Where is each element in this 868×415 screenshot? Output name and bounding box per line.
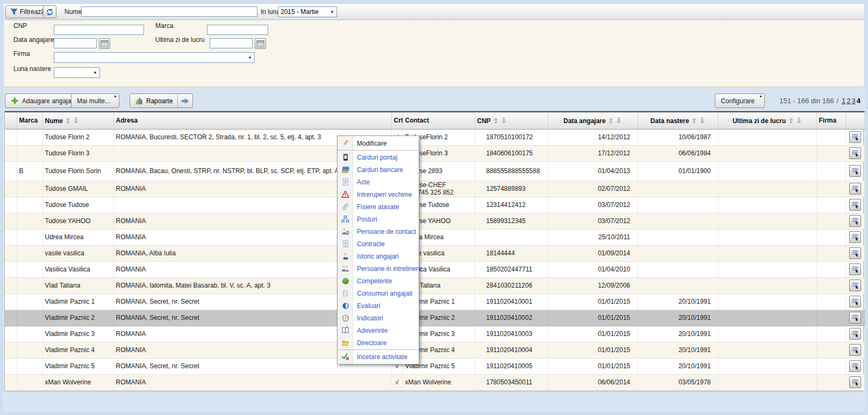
in-luna-select[interactable]: 2015 - Martie ▼ xyxy=(278,6,337,17)
up-arrow-icon[interactable]: ⇧ xyxy=(788,117,794,125)
menu-item-intreruperi-vechime[interactable]: Intreruperi vechime xyxy=(338,188,419,201)
menu-item-competente[interactable]: Competente xyxy=(338,275,419,287)
up-arrow-icon[interactable]: ⇧ xyxy=(493,117,499,125)
arrow-right-icon xyxy=(181,98,189,104)
down-arrow-icon[interactable]: ⇩ xyxy=(501,117,507,125)
row-select-button[interactable] xyxy=(849,131,861,143)
column-header-ultima_zi[interactable]: Ultima zi de lucru⇧⇩ xyxy=(718,112,816,129)
table-row[interactable]: Tudose Florin 3TudoseFlorin 318406061001… xyxy=(5,145,864,161)
up-arrow-icon[interactable]: ⇧ xyxy=(691,117,697,125)
menu-item-contracte[interactable]: Contracte xyxy=(338,238,419,250)
column-header-crt[interactable]: Crt xyxy=(391,112,403,129)
refresh-button[interactable] xyxy=(43,5,56,18)
row-select-button[interactable] xyxy=(849,344,861,356)
column-header-cnp[interactable]: CNP⇧⇩ xyxy=(475,112,548,129)
down-arrow-icon[interactable]: ⇩ xyxy=(73,117,79,125)
data-angajare-calendar-button[interactable] xyxy=(99,38,110,49)
configure-button[interactable]: Configurare ▼ xyxy=(715,94,765,108)
add-employee-button[interactable]: Adaugare angajat xyxy=(5,94,79,108)
menu-item-indicatori[interactable]: Indicatori xyxy=(338,312,419,324)
table-row[interactable]: xMan WolverineROMANIA√xMan Wolverine1780… xyxy=(5,374,864,390)
table-row[interactable]: BTudose Florin SorinROMANIA, Bacau, Ones… xyxy=(5,161,864,181)
row-select-button[interactable] xyxy=(849,199,861,211)
table-row[interactable]: Vasilica VasilicaROMANIAVasilica Vasilic… xyxy=(5,261,864,277)
ultima-zi-input[interactable] xyxy=(210,38,253,48)
table-row[interactable]: Tudose GMAILROMANIATudose-CHEF+40 745 32… xyxy=(5,181,864,197)
row-select-button[interactable] xyxy=(849,376,861,388)
page-2-link[interactable]: 2 xyxy=(847,97,850,105)
menu-item-adeverinte[interactable]: Adeverinte xyxy=(338,324,419,337)
up-arrow-icon[interactable]: ⇧ xyxy=(608,117,614,125)
menu-item-carduri-pontaj[interactable]: Carduri pontaj xyxy=(338,151,419,163)
table-row[interactable]: Vladimir Paznic 1ROMANIA, Secret, nr. Se… xyxy=(5,294,864,310)
column-header-data_nastere[interactable]: Data nastere⇧⇩ xyxy=(637,112,718,129)
ultima-zi-calendar-button[interactable] xyxy=(255,38,266,49)
row-select-button[interactable] xyxy=(849,263,861,275)
table-row[interactable]: Tudose YAHOOROMANIATudose YAHOO158993123… xyxy=(5,213,864,229)
table-row[interactable]: Tudose Florin 2ROMANIA, Bucuresti, SECTO… xyxy=(5,129,864,145)
down-arrow-icon[interactable]: ⇩ xyxy=(616,117,622,125)
table-row[interactable]: Vladimir Paznic 2ROMANIA, Secret, nr. Se… xyxy=(5,310,864,326)
column-header-firma[interactable]: Firma xyxy=(816,112,845,129)
row-select-button[interactable] xyxy=(849,312,861,324)
menu-item-posturi[interactable]: Posturi xyxy=(338,213,419,225)
table-row[interactable]: Vlad TatianaROMANIA, Ialomita, Matei Bas… xyxy=(5,277,864,294)
cell-actions xyxy=(845,326,864,342)
reports-button[interactable]: Rapoarte xyxy=(130,94,177,108)
cell-nume: vasile vasilica xyxy=(42,245,113,261)
column-header-marca[interactable]: Marca xyxy=(17,112,42,129)
menu-item-fisiere-atasate[interactable]: Fisiere atasate xyxy=(338,201,419,213)
menu-item-incetare-activitate[interactable]: Incetare activitate xyxy=(338,350,419,363)
page-3-link[interactable]: 3 xyxy=(852,97,856,105)
table-row[interactable]: Vladimir Paznic 5ROMANIA, Secret, nr. Se… xyxy=(5,358,864,374)
luna-nastere-select[interactable]: ▼ xyxy=(54,67,100,78)
employees-table: MarcaNume⇧⇩AdresaCrtContactCNP⇧⇩Data ang… xyxy=(5,111,865,391)
menu-item-directoare[interactable]: Directoare xyxy=(338,337,419,349)
up-arrow-icon[interactable]: ⇧ xyxy=(65,117,71,125)
row-select-button[interactable] xyxy=(849,183,861,195)
row-select-button[interactable] xyxy=(849,280,861,291)
firma-select[interactable]: ▼ xyxy=(54,52,255,63)
down-arrow-icon[interactable]: ⇩ xyxy=(796,117,802,125)
table-row[interactable]: Vladimir Paznic 4ROMANIAVladimir Paznic … xyxy=(5,342,864,358)
cell-firma xyxy=(816,374,845,390)
caret-down-icon: ▼ xyxy=(759,95,763,98)
down-arrow-icon[interactable]: ⇩ xyxy=(699,117,705,125)
column-header-nume[interactable]: Nume⇧⇩ xyxy=(42,112,113,129)
cnp-input[interactable] xyxy=(54,25,144,35)
table-row[interactable]: vasile vasilicaROMANIA, Alba Iuliavasile… xyxy=(5,245,864,261)
menu-item-acte[interactable]: Acte xyxy=(338,176,419,188)
menu-item-persoane-de-contact[interactable]: Persoane de contact xyxy=(338,225,419,238)
table-row[interactable]: Vladimir Paznic 3ROMANIAVladimir Paznic … xyxy=(5,326,864,342)
row-select-button[interactable] xyxy=(849,165,861,177)
menu-item-istoric-angajari[interactable]: Istoric angajari xyxy=(338,250,419,262)
page-1-link[interactable]: 1 xyxy=(842,97,845,105)
row-select-button[interactable] xyxy=(849,215,861,227)
row-select-button[interactable] xyxy=(849,360,861,372)
row-select-button[interactable] xyxy=(849,247,861,259)
table-row[interactable]: Udrea MirceaROMANIAUdrea Mircea25/10/201… xyxy=(5,229,864,245)
menu-separator xyxy=(338,150,419,151)
menu-item-carduri-bancare[interactable]: Carduri bancare xyxy=(338,163,419,176)
reports-export-button[interactable] xyxy=(177,94,192,108)
cell-cnp: 1911020410002 xyxy=(475,310,548,326)
table-row[interactable]: Tudose TudoseTudose Tudose1231441241203/… xyxy=(5,197,864,213)
column-header-data_angajare[interactable]: Data angajare⇧⇩ xyxy=(548,112,637,129)
menu-item-modificare[interactable]: Modificare xyxy=(338,137,419,149)
cell-sel xyxy=(5,197,17,213)
row-select-button[interactable] xyxy=(849,296,861,307)
row-select-button[interactable] xyxy=(849,328,861,340)
row-select-button[interactable] xyxy=(849,231,861,243)
row-select-button[interactable] xyxy=(849,147,861,159)
column-header-adresa[interactable]: Adresa xyxy=(113,112,391,129)
bank-cards-icon xyxy=(338,166,353,174)
more-button[interactable]: Mai multe... ▼ xyxy=(71,94,119,108)
menu-item-consumuri-angajati[interactable]: Consumuri angajati xyxy=(338,287,419,299)
menu-item-persoane-in-intretinere[interactable]: Persoane in intretinere xyxy=(338,262,419,275)
cell-marca xyxy=(17,374,42,390)
column-header-contact[interactable]: Contact xyxy=(403,112,475,129)
nume-input[interactable] xyxy=(81,6,257,17)
data-angajare-input[interactable] xyxy=(54,38,97,48)
marca-input[interactable] xyxy=(207,25,268,35)
menu-item-evaluari[interactable]: Evaluari xyxy=(338,299,419,312)
